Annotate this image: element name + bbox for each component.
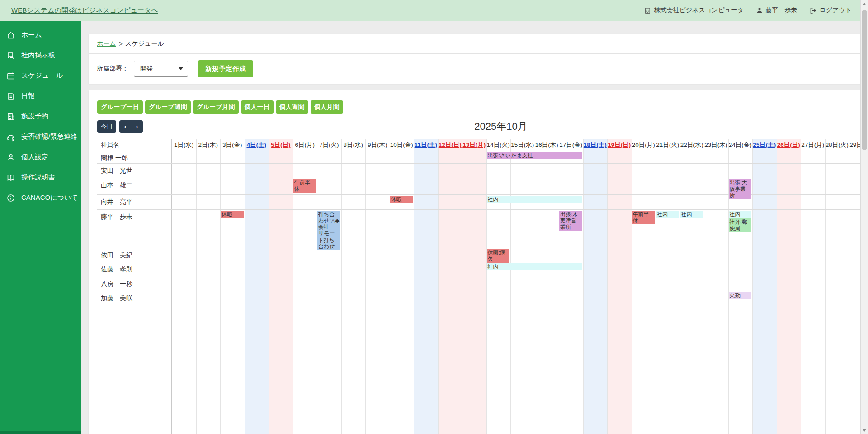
sidebar-item-label: CANACOについて (21, 193, 78, 202)
day-header: 21日(火) (656, 139, 680, 151)
event-chip[interactable]: 社外:郵便局 (729, 218, 752, 232)
employee-row: 八房 一秒 (97, 277, 860, 291)
event-chip[interactable]: 出張:木更津営業所 (559, 211, 582, 231)
event-chip[interactable]: 社内 (680, 211, 703, 218)
view-button-personal-week[interactable]: 個人週間 (276, 100, 308, 114)
company-name: 株式会社ビジネスコンピュータ (644, 6, 744, 14)
next-month-button[interactable]: › (131, 120, 143, 133)
day-header: 1日(水) (172, 139, 196, 151)
sidebar-item-board[interactable]: 社内掲示板 (0, 45, 81, 66)
sidebar-item-label: 社内掲示板 (21, 51, 55, 60)
event-chip[interactable]: 社内 (656, 211, 679, 218)
logout-label: ログアウト (819, 6, 852, 14)
employee-name: 藤平 歩未 (97, 210, 132, 221)
sidebar-item-label: ホーム (21, 31, 42, 39)
day-header[interactable]: 13日(月) (462, 139, 486, 151)
day-header[interactable]: 25日(土) (752, 139, 777, 151)
sidebar-item-report[interactable]: 日報 (0, 86, 81, 106)
breadcrumb-home-link[interactable]: ホーム (97, 40, 116, 48)
view-switcher: グループ一日グループ週間グループ月間個人一日個人週間個人月間 (97, 100, 860, 114)
event-chip[interactable]: 休暇:病欠 (487, 249, 510, 263)
event-chip[interactable]: 欠勤 (729, 292, 752, 299)
sidebar-item-personal[interactable]: 個人設定 (0, 147, 81, 167)
day-header[interactable]: 11日(土) (414, 139, 438, 151)
employee-name-header: 社員名 (97, 139, 172, 151)
breadcrumb-separator: > (119, 40, 123, 47)
day-header: 27日(月) (801, 139, 825, 151)
day-header[interactable]: 5日(日) (269, 139, 293, 151)
pager: ‹ › (119, 120, 143, 133)
event-chip[interactable]: 午前半休 (293, 179, 316, 193)
sidebar-item-label: スケジュール (21, 71, 63, 80)
department-selected-value: 開発 (140, 65, 153, 73)
company-name-label: 株式会社ビジネスコンピュータ (654, 6, 744, 14)
person-icon (6, 153, 16, 162)
scroll-up-arrow-icon[interactable] (861, 0, 868, 8)
view-button-personal-month[interactable]: 個人月間 (311, 100, 343, 114)
breadcrumb-current: スケジュール (125, 40, 164, 48)
day-header: 10日(金) (390, 139, 414, 151)
sidebar: ホーム社内掲示板スケジュール日報施設予約安否確認/緊急連絡個人設定操作説明書CA… (0, 21, 81, 434)
create-event-button[interactable]: 新規予定作成 (198, 60, 253, 77)
day-header: 8日(水) (341, 139, 366, 151)
breadcrumb: ホーム > スケジュール (89, 34, 860, 54)
vertical-scrollbar[interactable] (860, 0, 868, 434)
day-header[interactable]: 4日(土) (245, 139, 269, 151)
sidebar-item-schedule[interactable]: スケジュール (0, 66, 81, 86)
day-header[interactable]: 18日(土) (583, 139, 608, 151)
day-header: 7日(火) (317, 139, 341, 151)
day-header[interactable]: 12日(日) (438, 139, 462, 151)
event-chip[interactable]: 出張:さいたま支社 (487, 152, 582, 159)
day-header: 16日(木) (535, 139, 559, 151)
building-icon (6, 112, 16, 121)
topbar: WEBシステムの開発はビジネスコンピュータへ 株式会社ビジネスコンピュータ 藤平… (0, 0, 868, 21)
logout-icon (810, 7, 816, 14)
calendar-nav: 今日 ‹ › 2025年10月 (97, 120, 860, 133)
view-button-group-day[interactable]: グループ一日 (97, 100, 143, 114)
event-chip[interactable]: 社内 (487, 263, 582, 270)
sidebar-item-facility[interactable]: 施設予約 (0, 106, 81, 127)
view-button-personal-day[interactable]: 個人一日 (241, 100, 274, 114)
day-header: 20日(月) (632, 139, 656, 151)
department-select[interactable]: 開発 (134, 61, 188, 77)
vertical-scroll-thumb[interactable] (862, 10, 867, 150)
event-chip[interactable]: 社内 (729, 211, 752, 218)
scroll-down-arrow-icon[interactable] (861, 426, 868, 434)
home-icon (6, 31, 16, 40)
employee-name: 山本 雄二 (97, 178, 132, 189)
toolbar: 所属部署： 開発 新規予定作成 (89, 54, 860, 84)
day-header[interactable]: 26日(日) (777, 139, 801, 151)
event-chip[interactable]: 打ち合わせ:△◆会社 リモート打ち合わせ (317, 211, 340, 250)
header-divider (97, 151, 860, 151)
employee-row: 依田 美紀 (97, 248, 860, 262)
sidebar-item-safety[interactable]: 安否確認/緊急連絡 (0, 127, 81, 147)
document-icon (6, 92, 16, 101)
calendar-title: 2025年10月 (365, 120, 637, 133)
employee-name: 関根 一郎 (97, 151, 128, 162)
today-button[interactable]: 今日 (97, 120, 116, 133)
calendar-icon (6, 71, 16, 80)
view-button-group-week[interactable]: グループ週間 (145, 100, 191, 114)
day-header: 17日(金) (559, 139, 583, 151)
employee-name: 八房 一秒 (97, 277, 132, 288)
horizontal-scroll-thumb[interactable] (0, 431, 81, 434)
logout-button[interactable]: ログアウト (810, 6, 852, 14)
day-header: 23日(木) (704, 139, 728, 151)
view-button-group-month[interactable]: グループ月間 (193, 100, 239, 114)
prev-month-button[interactable]: ‹ (119, 120, 131, 133)
sidebar-item-manual[interactable]: 操作説明書 (0, 167, 81, 188)
day-header: 9日(木) (365, 139, 390, 151)
current-user: 藤平 歩未 (756, 6, 797, 14)
day-header[interactable]: 19日(日) (607, 139, 632, 151)
event-chip[interactable]: 午前半休 (632, 211, 655, 224)
employee-name: 安田 光世 (97, 164, 132, 175)
event-chip[interactable]: 休暇 (221, 211, 244, 218)
event-chip[interactable]: 休暇 (390, 196, 413, 203)
event-chip[interactable]: 社内 (487, 196, 582, 203)
sidebar-item-about[interactable]: CANACOについて (0, 188, 81, 208)
sidebar-item-home[interactable]: ホーム (0, 25, 81, 45)
day-header: 28日(火) (825, 139, 849, 151)
forum-icon (6, 51, 16, 60)
topbar-promo-link[interactable]: WEBシステムの開発はビジネスコンピュータへ (11, 6, 158, 15)
event-chip[interactable]: 出張:大阪事業所 (729, 179, 752, 199)
